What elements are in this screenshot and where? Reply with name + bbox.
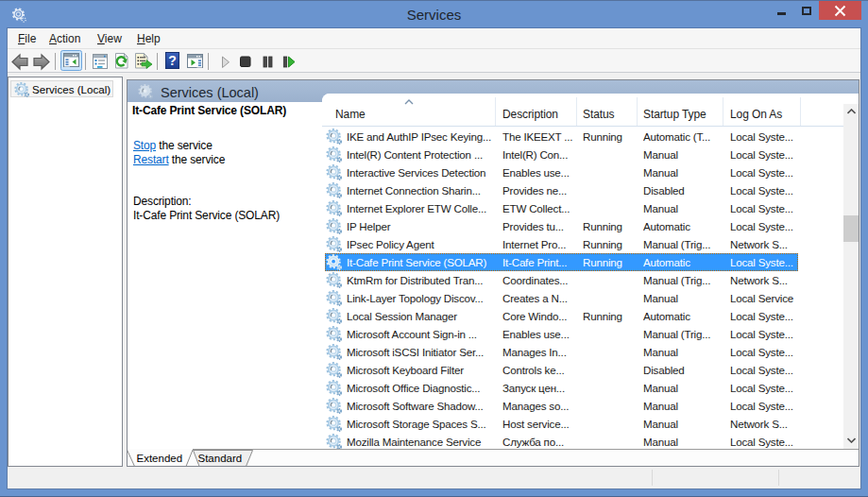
svg-text:Extended: Extended <box>137 453 183 464</box>
svg-text:Standard: Standard <box>198 453 243 464</box>
svg-text:?: ? <box>168 53 177 68</box>
